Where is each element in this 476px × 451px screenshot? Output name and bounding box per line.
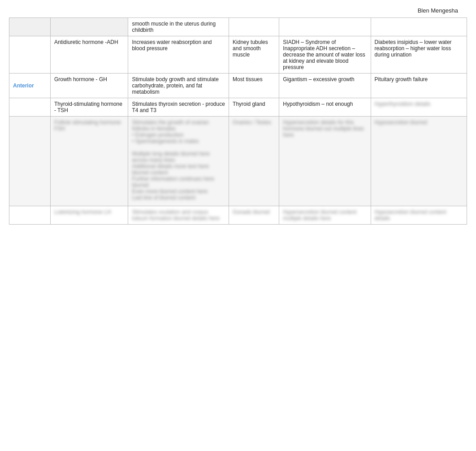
- table-wrapper: smooth muscle in the uterus during child…: [0, 17, 476, 234]
- cell-hypo: Hyposecretion blurred content details: [371, 206, 467, 225]
- cell-hypo: Diabetes insipidus – lower water reabsor…: [371, 36, 467, 74]
- cell-hyper: Gigantism – excessive growth: [279, 74, 371, 98]
- cell-hypo: Hyposecretion blurred: [371, 117, 467, 206]
- cell-function: Increases water reabsorption and blood p…: [128, 36, 229, 74]
- cell-function: smooth muscle in the uterus during child…: [128, 18, 229, 36]
- cell-hyper: Hypersecretion details for this hormone …: [279, 117, 371, 206]
- cell-target: Kidney tubules and smooth muscle: [229, 36, 279, 74]
- cell-function: Stimulates thyroxin secretion - produce …: [128, 98, 229, 117]
- hormones-table: smooth muscle in the uterus during child…: [9, 17, 467, 225]
- table-row: Anterior Growth hormone - GH Stimulate b…: [9, 74, 467, 98]
- cell-target: Gonads blurred: [229, 206, 279, 225]
- cell-hormone: Growth hormone - GH: [50, 74, 128, 98]
- cell-hormone: Antidiuretic hormone -ADH: [50, 36, 128, 74]
- page-header: Blen Mengesha: [0, 0, 476, 17]
- cell-hypo: Pituitary growth failure: [371, 74, 467, 98]
- cell-target: Thyroid gland: [229, 98, 279, 117]
- table-row: smooth muscle in the uterus during child…: [9, 18, 467, 36]
- cell-hyper: Hypersecretion blurred content multiple …: [279, 206, 371, 225]
- cell-lobe: [9, 98, 51, 117]
- cell-function: Stimulate body growth and stimulate carb…: [128, 74, 229, 98]
- cell-hypo: [371, 18, 467, 36]
- table-row: Luteinizing hormone LH Stimulates ovulat…: [9, 206, 467, 225]
- cell-lobe: [9, 206, 51, 225]
- cell-hyper: SIADH – Syndrome of Inappropriate ADH se…: [279, 36, 371, 74]
- cell-hormone: Follicle stimulating hormone FSH: [50, 117, 128, 206]
- cell-lobe: [9, 36, 51, 74]
- cell-target: Most tissues: [229, 74, 279, 98]
- cell-function: Stimulates the growth of ovarian follicl…: [128, 117, 229, 206]
- cell-hormone: [50, 18, 128, 36]
- cell-lobe-anterior: Anterior: [9, 74, 51, 98]
- author-name: Blen Mengesha: [418, 7, 458, 14]
- cell-hormone: Luteinizing hormone LH: [50, 206, 128, 225]
- cell-lobe: [9, 117, 51, 206]
- cell-lobe: [9, 18, 51, 36]
- cell-hyper: Hypothyroidism – not enough: [279, 98, 371, 117]
- table-row: Follicle stimulating hormone FSH Stimula…: [9, 117, 467, 206]
- cell-hormone: Thyroid-stimulating hormone - TSH: [50, 98, 128, 117]
- cell-function: Stimulates ovulation and corpus luteum f…: [128, 206, 229, 225]
- cell-target: Ovaries / Testes: [229, 117, 279, 206]
- table-row: Antidiuretic hormone -ADH Increases wate…: [9, 36, 467, 74]
- cell-target: [229, 18, 279, 36]
- table-row: Thyroid-stimulating hormone - TSH Stimul…: [9, 98, 467, 117]
- cell-hyper: [279, 18, 371, 36]
- cell-hypo: Hyperthyroidism details: [371, 98, 467, 117]
